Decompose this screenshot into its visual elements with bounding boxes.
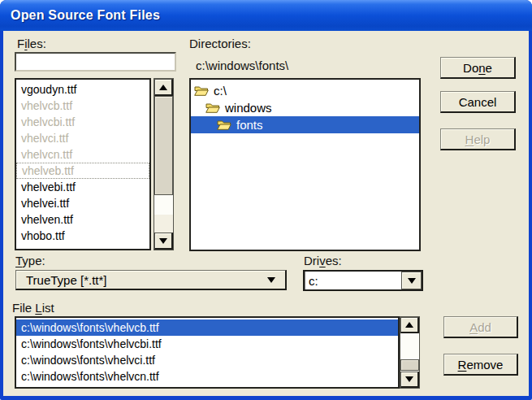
scroll-up-button[interactable] [154, 79, 173, 96]
type-label: Type: [15, 254, 45, 267]
file-item[interactable]: vhobo.ttf [16, 228, 149, 244]
type-value: TrueType [*.tt*] [26, 273, 107, 287]
triangle-up-icon [405, 322, 413, 328]
files-scrollbar[interactable] [154, 78, 174, 250]
triangle-down-icon [405, 376, 413, 382]
cancel-button[interactable]: Cancel [440, 91, 516, 113]
scroll-up-button[interactable] [400, 317, 419, 333]
scroll-down-button[interactable] [154, 233, 173, 250]
file-item[interactable]: vhelvebi.ttf [16, 179, 149, 195]
directory-name: windows [225, 101, 272, 115]
directory-item[interactable]: c:\ [191, 82, 419, 99]
files-label: Files: [17, 37, 46, 50]
open-source-font-files-dialog: Open Source Font Files Files: vgoudyn.tt… [0, 0, 532, 400]
file-item[interactable]: vhelvcb.ttf [16, 98, 149, 114]
file-item[interactable]: vgoudyn.ttf [16, 81, 149, 98]
directory-name: fonts [236, 118, 263, 132]
file-list-item[interactable]: c:\windows\fonts\vhelvcn.ttf [16, 368, 398, 385]
help-button: Help [440, 128, 516, 150]
file-item[interactable]: vhelvcbi.ttf [16, 114, 149, 130]
file-list-item[interactable]: c:\windows\fonts\vhelvci.ttf [16, 352, 398, 368]
file-item[interactable]: vhelvcn.ttf [16, 146, 149, 163]
scrollbar-track[interactable] [154, 195, 173, 215]
files-input[interactable] [15, 52, 176, 72]
open-folder-icon [217, 120, 231, 130]
triangle-up-icon [159, 85, 167, 90]
drives-dropdown-button[interactable] [401, 272, 422, 289]
done-button[interactable]: Done [440, 57, 516, 79]
file-item[interactable]: vhelvci.ttf [16, 130, 149, 146]
directory-item[interactable]: fonts [191, 116, 419, 133]
drives-value: c: [305, 272, 401, 289]
type-dropdown[interactable]: TrueType [*.tt*] [15, 270, 287, 290]
scrollbar-thumb[interactable] [400, 359, 419, 371]
window-title: Open Source Font Files [11, 8, 160, 23]
remove-button[interactable]: Remove [443, 354, 518, 376]
file-list-item[interactable]: c:\windows\fonts\vhelvcbi.ttf [16, 336, 398, 352]
file-item[interactable]: vhelvei.ttf [16, 195, 149, 211]
dropdown-arrow-icon [267, 277, 275, 283]
drives-dropdown[interactable]: c: [303, 270, 423, 291]
open-folder-icon [194, 85, 209, 96]
scrollbar-thumb[interactable] [154, 96, 173, 195]
file-list-item[interactable]: c:\windows\fonts\vhelvcb.ttf [16, 320, 398, 336]
files-listbox[interactable]: vgoudyn.ttfvhelvcb.ttfvhelvcbi.ttfvhelvc… [15, 78, 151, 250]
open-folder-icon [205, 102, 220, 113]
directories-path: c:\windows\fonts\ [196, 59, 288, 72]
drives-label: Drives: [304, 254, 342, 267]
directories-tree[interactable]: c:\ windows fonts [189, 78, 421, 251]
title-bar[interactable]: Open Source Font Files [0, 0, 532, 31]
directory-name: c:\ [214, 84, 227, 98]
file-list-label: File List [12, 301, 54, 315]
triangle-down-icon [159, 238, 167, 244]
file-item[interactable]: vhelveb.ttf [16, 163, 149, 179]
add-button: Add [443, 316, 518, 338]
scroll-down-button[interactable] [400, 372, 419, 388]
directory-item[interactable]: windows [191, 99, 419, 116]
file-list-box[interactable]: c:\windows\fonts\vhelvcb.ttfc:\windows\f… [15, 316, 400, 389]
dropdown-arrow-icon [408, 278, 416, 284]
file-item[interactable]: vhelven.ttf [16, 211, 149, 228]
file-list-scrollbar[interactable] [400, 316, 420, 389]
directories-label: Directories: [189, 37, 251, 50]
